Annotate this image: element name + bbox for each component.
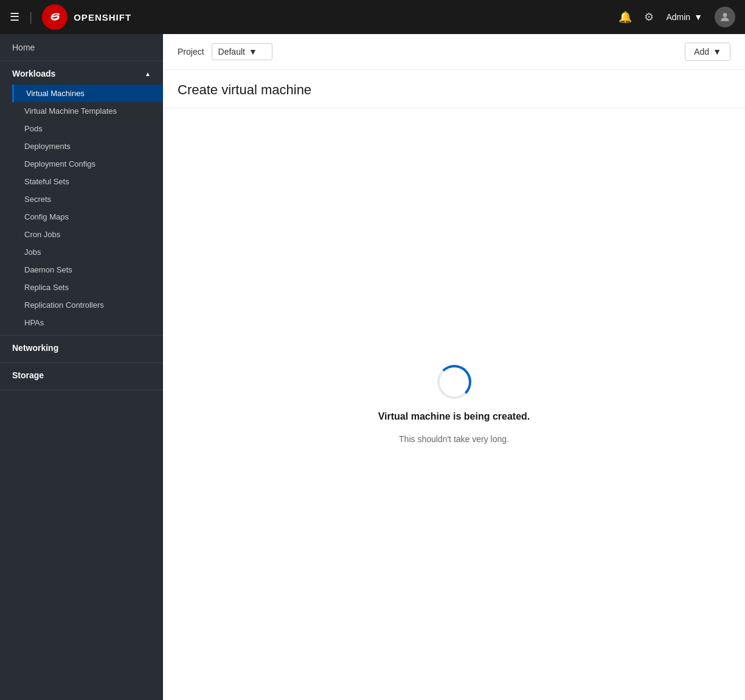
sidebar-item-replica-sets[interactable]: Replica Sets (12, 279, 163, 296)
deployments-label: Deployments (24, 142, 71, 151)
sidebar-item-hpas[interactable]: HPAs (12, 314, 163, 331)
notifications-icon[interactable]: 🔔 (619, 10, 632, 24)
project-value: Default (218, 47, 245, 57)
sidebar-item-cron-jobs[interactable]: Cron Jobs (12, 226, 163, 243)
loading-spinner (437, 365, 471, 399)
sidebar-group-workloads: Workloads ▲ Virtual Machines Virtual Mac… (0, 61, 163, 336)
topnav-right: 🔔 ⚙ Admin ▼ (619, 7, 735, 27)
settings-icon[interactable]: ⚙ (644, 10, 654, 24)
admin-menu-button[interactable]: Admin ▼ (666, 12, 702, 22)
sidebar-item-virtual-machines[interactable]: Virtual Machines (12, 85, 163, 102)
cron-jobs-label: Cron Jobs (24, 230, 60, 239)
sidebar-section-networking[interactable]: Networking (0, 336, 163, 359)
page-title: Create virtual machine (178, 82, 730, 98)
add-label: Add (694, 47, 709, 57)
loading-area: Virtual machine is being created. This s… (163, 108, 745, 700)
logo-area: OPENSHIFT (42, 4, 131, 30)
sidebar-item-virtual-machine-templates[interactable]: Virtual Machine Templates (12, 102, 163, 120)
page-title-area: Create virtual machine (163, 70, 745, 108)
sidebar-item-secrets[interactable]: Secrets (12, 190, 163, 208)
sidebar-workloads-label: Workloads (12, 69, 55, 78)
topnav: ☰ | OPENSHIFT 🔔 ⚙ Admin ▼ (0, 0, 745, 34)
sidebar-item-deployment-configs[interactable]: Deployment Configs (12, 155, 163, 173)
topnav-left: ☰ | OPENSHIFT (10, 4, 131, 30)
sidebar-item-deployments[interactable]: Deployments (12, 137, 163, 155)
loading-title: Virtual machine is being created. (378, 411, 530, 422)
sidebar-item-home[interactable]: Home (0, 34, 163, 61)
jobs-label: Jobs (24, 248, 41, 257)
secrets-label: Secrets (24, 195, 51, 204)
sidebar-section-workloads[interactable]: Workloads ▲ (0, 61, 163, 85)
sidebar-item-daemon-sets[interactable]: Daemon Sets (12, 261, 163, 279)
add-button[interactable]: Add ▼ (685, 43, 730, 61)
virtual-machines-label: Virtual Machines (26, 89, 85, 98)
sidebar-workloads-items: Virtual Machines Virtual Machine Templat… (0, 85, 163, 331)
replica-sets-label: Replica Sets (24, 283, 69, 292)
sidebar-item-config-maps[interactable]: Config Maps (12, 208, 163, 226)
redhat-logo-icon (42, 4, 68, 30)
hpas-label: HPAs (24, 318, 44, 327)
daemon-sets-label: Daemon Sets (24, 265, 72, 274)
project-dropdown[interactable]: Default ▼ (212, 43, 272, 60)
virtual-machine-templates-label: Virtual Machine Templates (24, 106, 117, 116)
sidebar-section-storage[interactable]: Storage (0, 363, 163, 386)
replication-controllers-label: Replication Controllers (24, 300, 104, 310)
sidebar-item-stateful-sets[interactable]: Stateful Sets (12, 173, 163, 190)
nav-divider: | (29, 10, 32, 24)
workloads-chevron-icon: ▲ (145, 71, 151, 77)
sidebar-group-storage: Storage (0, 363, 163, 390)
sidebar-item-jobs[interactable]: Jobs (12, 243, 163, 261)
sidebar-networking-label: Networking (12, 343, 58, 353)
pods-label: Pods (24, 124, 43, 133)
project-label: Project (178, 47, 204, 57)
logo-text: OPENSHIFT (74, 12, 131, 23)
config-maps-label: Config Maps (24, 212, 69, 221)
avatar[interactable] (715, 7, 735, 27)
sidebar-item-replication-controllers[interactable]: Replication Controllers (12, 296, 163, 314)
sidebar-item-pods[interactable]: Pods (12, 120, 163, 137)
add-chevron-icon: ▼ (713, 47, 721, 57)
svg-point-1 (723, 13, 727, 17)
hamburger-icon[interactable]: ☰ (10, 10, 19, 24)
loading-subtitle: This shouldn't take very long. (399, 434, 509, 444)
layout: Home Workloads ▲ Virtual Machines Virtua… (0, 34, 745, 700)
user-avatar-icon (719, 11, 731, 23)
sidebar-storage-label: Storage (12, 370, 44, 380)
toolbar: Project Default ▼ Add ▼ (163, 34, 745, 70)
admin-chevron-icon: ▼ (694, 12, 702, 22)
stateful-sets-label: Stateful Sets (24, 177, 69, 186)
project-dropdown-chevron-icon: ▼ (249, 47, 257, 57)
deployment-configs-label: Deployment Configs (24, 159, 95, 168)
sidebar-group-networking: Networking (0, 336, 163, 363)
main-content: Project Default ▼ Add ▼ Create virtual m… (163, 34, 745, 700)
sidebar: Home Workloads ▲ Virtual Machines Virtua… (0, 34, 163, 700)
sidebar-home-label: Home (12, 43, 35, 52)
admin-label: Admin (666, 12, 690, 22)
